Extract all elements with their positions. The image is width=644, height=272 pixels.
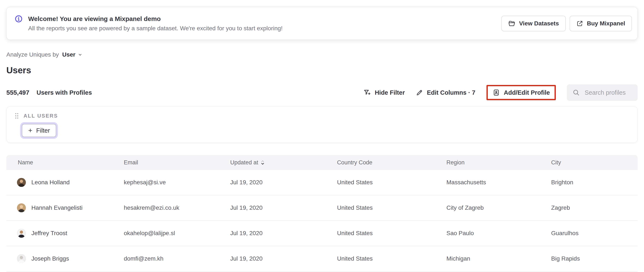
avatar — [17, 178, 26, 187]
cell-country-code: United States — [326, 246, 435, 271]
cell-city: Zagreb — [540, 195, 638, 220]
cell-email: okahelop@lalijpe.sl — [112, 221, 219, 246]
analyze-by-dropdown[interactable]: User — [62, 51, 82, 58]
profiles-count-label: Users with Profiles — [36, 89, 92, 96]
plus-icon: + — [28, 127, 32, 134]
analyze-row: Analyze Uniques by User — [6, 51, 638, 58]
analyze-by-value: User — [62, 51, 75, 58]
sort-icon — [261, 159, 264, 166]
cell-name: Leona Holland — [6, 170, 112, 195]
filter-group-label: ALL USERS — [24, 113, 58, 119]
table-row[interactable]: Hannah Evangelisti hesakrem@ezi.co.uk Ju… — [6, 195, 638, 221]
add-filter-label: Filter — [36, 127, 50, 134]
column-header-label: Name — [18, 159, 33, 166]
info-icon — [15, 15, 23, 23]
user-name: Hannah Evangelisti — [31, 204, 82, 211]
cell-email: hesakrem@ezi.co.uk — [112, 195, 219, 220]
cell-updated-at: Jul 19, 2020 — [219, 246, 326, 271]
page-title: Users — [6, 65, 638, 75]
welcome-banner: Welcome! You are viewing a Mixpanel demo… — [6, 7, 638, 40]
cell-updated-at: Jul 19, 2020 — [219, 170, 326, 195]
annotation-highlight-box: Add/Edit Profile — [486, 85, 556, 100]
pencil-icon — [416, 89, 423, 96]
buy-mixpanel-label: Buy Mixpanel — [587, 20, 625, 27]
user-name: Joseph Briggs — [31, 255, 69, 262]
column-header-email[interactable]: Email — [112, 155, 219, 170]
chevron-down-icon — [78, 52, 83, 57]
edit-columns-button[interactable]: Edit Columns · 7 — [416, 89, 476, 96]
table-body: Leona Holland kephesaj@si.ve Jul 19, 202… — [6, 170, 638, 272]
add-edit-profile-button[interactable]: Add/Edit Profile — [492, 89, 550, 96]
banner-title: Welcome! You are viewing a Mixpanel demo — [28, 15, 501, 22]
cell-region: Michigan — [435, 246, 540, 271]
search-icon — [572, 89, 580, 96]
column-header-label: Country Code — [337, 159, 372, 166]
filter-plus-icon — [363, 89, 371, 96]
hide-filter-label: Hide Filter — [375, 89, 405, 96]
cell-name: Hannah Evangelisti — [6, 195, 112, 220]
drag-handle-icon[interactable] — [14, 112, 19, 119]
view-datasets-label: View Datasets — [519, 20, 559, 27]
stats-toolbar-row: 555,497 Users with Profiles Hide Filter — [6, 83, 638, 102]
column-header-label: City — [551, 159, 561, 166]
cell-region: Massachusetts — [435, 170, 540, 195]
cell-updated-at: Jul 19, 2020 — [219, 195, 326, 220]
banner-actions: View Datasets Buy Mixpanel — [501, 16, 632, 31]
filter-group-header: ALL USERS — [14, 112, 638, 119]
column-header-label: Region — [446, 159, 465, 166]
search-profiles — [567, 84, 638, 101]
buy-mixpanel-button[interactable]: Buy Mixpanel — [570, 16, 632, 31]
cell-updated-at: Jul 19, 2020 — [219, 221, 326, 246]
search-profiles-input[interactable] — [584, 89, 634, 96]
cell-city: Guarulhos — [540, 221, 638, 246]
cell-country-code: United States — [326, 195, 435, 220]
profile-badge-icon — [492, 89, 500, 96]
column-header-city[interactable]: City — [540, 155, 638, 170]
toolbar: Hide Filter Edit Columns · 7 — [363, 84, 638, 101]
column-header-country-code[interactable]: Country Code — [326, 155, 435, 170]
cell-region: Sao Paulo — [435, 221, 540, 246]
profiles-count: 555,497 Users with Profiles — [6, 89, 92, 96]
view-datasets-button[interactable]: View Datasets — [501, 16, 566, 31]
add-filter-button[interactable]: + Filter — [22, 124, 56, 137]
column-header-label: Email — [124, 159, 138, 166]
hide-filter-button[interactable]: Hide Filter — [363, 89, 405, 96]
avatar — [17, 254, 26, 263]
cell-country-code: United States — [326, 170, 435, 195]
cell-region: City of Zagreb — [435, 195, 540, 220]
filter-card: ALL USERS + Filter — [6, 106, 638, 143]
table-row[interactable]: Joseph Briggs domfi@zem.kh Jul 19, 2020 … — [6, 246, 638, 272]
banner-subtitle: All the reports you see are powered by a… — [28, 25, 501, 32]
users-table: Name Email Updated at Country Code Regio… — [6, 155, 638, 272]
column-header-name[interactable]: Name — [6, 155, 112, 170]
table-row[interactable]: Jeffrey Troost okahelop@lalijpe.sl Jul 1… — [6, 221, 638, 246]
cell-email: domfi@zem.kh — [112, 246, 219, 271]
table-header: Name Email Updated at Country Code Regio… — [6, 155, 638, 170]
users-page: Welcome! You are viewing a Mixpanel demo… — [0, 7, 644, 272]
cell-name: Joseph Briggs — [6, 246, 112, 271]
banner-text: Welcome! You are viewing a Mixpanel demo… — [28, 15, 501, 32]
avatar — [17, 203, 26, 212]
analyze-label: Analyze Uniques by — [6, 51, 59, 58]
column-header-region[interactable]: Region — [435, 155, 540, 170]
user-name: Leona Holland — [31, 179, 70, 186]
table-row[interactable]: Leona Holland kephesaj@si.ve Jul 19, 202… — [6, 170, 638, 195]
cell-country-code: United States — [326, 221, 435, 246]
column-header-updated-at[interactable]: Updated at — [219, 155, 326, 170]
avatar — [17, 229, 26, 238]
cell-name: Jeffrey Troost — [6, 221, 112, 246]
user-name: Jeffrey Troost — [31, 230, 67, 237]
profiles-count-value: 555,497 — [6, 89, 29, 96]
column-header-label: Updated at — [230, 159, 258, 166]
cell-city: Brighton — [540, 170, 638, 195]
add-edit-profile-label: Add/Edit Profile — [504, 89, 550, 96]
edit-columns-label: Edit Columns · 7 — [427, 89, 476, 96]
cell-city: Big Rapids — [540, 246, 638, 271]
external-link-icon — [576, 20, 583, 27]
cell-email: kephesaj@si.ve — [112, 170, 219, 195]
folder-icon — [508, 20, 515, 27]
